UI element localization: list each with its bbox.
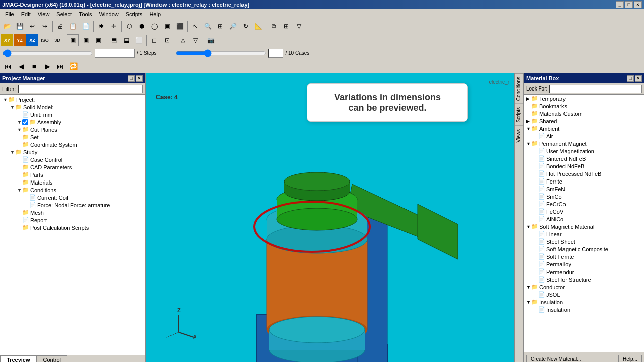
- rtree-item[interactable]: ▶📁Temporary: [524, 95, 644, 102]
- view-front[interactable]: ▣: [67, 34, 79, 46]
- skip-end-button[interactable]: ⏭: [54, 61, 66, 72]
- paste-button[interactable]: 📄: [79, 20, 92, 32]
- rtree-item[interactable]: ▶📁Shared: [524, 117, 644, 125]
- rtree-item[interactable]: 📁Bookmarks: [524, 102, 644, 110]
- geo1-button[interactable]: ⬡: [123, 20, 135, 32]
- stop-button[interactable]: ■: [28, 61, 40, 72]
- help-button[interactable]: Help...: [618, 355, 642, 362]
- geo4-button[interactable]: ▣: [161, 20, 173, 32]
- rtree-item[interactable]: 📄FeCrCo: [524, 200, 644, 208]
- camera-btn[interactable]: 📷: [205, 34, 217, 46]
- menu-scripts[interactable]: Scripts: [123, 11, 146, 18]
- case-field[interactable]: 4: [268, 49, 283, 58]
- maximize-button[interactable]: □: [625, 1, 633, 8]
- view-iso[interactable]: ISO: [39, 34, 51, 46]
- tree-item[interactable]: 📁Set: [1, 133, 144, 141]
- right-panel-detach[interactable]: □: [627, 75, 634, 82]
- shade3[interactable]: ⬜: [133, 34, 145, 46]
- shade2[interactable]: ⬓: [120, 34, 132, 46]
- cursor-button[interactable]: ↖: [189, 20, 201, 32]
- tree-item[interactable]: 📄Current: Coil: [1, 194, 144, 201]
- rtree-item[interactable]: 📄Bonded NdFeB: [524, 162, 644, 170]
- tree-item[interactable]: 📁Parts: [1, 171, 144, 178]
- tri1[interactable]: △: [177, 34, 189, 46]
- tree-item[interactable]: 📁CAD Parameters: [1, 163, 144, 171]
- tree-item[interactable]: 📄Report: [1, 216, 144, 224]
- step-field[interactable]: [95, 49, 135, 58]
- rtree-item[interactable]: 📄FeCoV: [524, 208, 644, 215]
- menu-tools[interactable]: Tools: [76, 11, 95, 18]
- view-yz[interactable]: YZ: [14, 34, 26, 46]
- move-button[interactable]: ✛: [108, 20, 120, 32]
- menu-help[interactable]: Help: [146, 11, 164, 18]
- rtree-item[interactable]: 📄Steel for Structure: [524, 276, 644, 283]
- edge1[interactable]: ◻: [148, 34, 160, 46]
- rtree-item[interactable]: 📄SmFeN: [524, 185, 644, 193]
- rtree-item[interactable]: 📄Air: [524, 132, 644, 140]
- left-panel-close[interactable]: ×: [136, 75, 143, 82]
- menu-select[interactable]: Select: [53, 11, 75, 18]
- rtree-item[interactable]: ▼📁Insulation: [524, 298, 644, 306]
- rtree-item[interactable]: 📄JSOL: [524, 291, 644, 298]
- tree-checkbox[interactable]: [22, 119, 28, 125]
- create-material-button[interactable]: Create New Material...: [526, 355, 585, 362]
- edge2[interactable]: ⊡: [161, 34, 173, 46]
- right-panel-close[interactable]: ×: [635, 75, 642, 82]
- tree-item[interactable]: 📄Case Control: [1, 156, 144, 163]
- view-left[interactable]: ▣: [92, 34, 104, 46]
- copy2-button[interactable]: ⧉: [268, 20, 280, 32]
- left-panel-detach[interactable]: □: [128, 75, 135, 82]
- play-button[interactable]: ▶: [41, 61, 53, 72]
- rtree-item[interactable]: ▼📁Permanent Magnet: [524, 140, 644, 147]
- tree-item[interactable]: 📁Post Calculation Scripts: [1, 224, 144, 231]
- zoom-button[interactable]: 🔍: [202, 20, 214, 32]
- extra-button[interactable]: ▽: [293, 20, 305, 32]
- rtree-item[interactable]: 📄AlNiCo: [524, 215, 644, 223]
- tree-item[interactable]: 📁Coordinate System: [1, 141, 144, 148]
- view-back[interactable]: ▣: [79, 34, 92, 46]
- case-slider[interactable]: [176, 49, 266, 58]
- rtree-item[interactable]: 📄Sintered NdFeB: [524, 155, 644, 162]
- multi-button[interactable]: ⊞: [280, 20, 292, 32]
- geo3-button[interactable]: ◯: [148, 20, 160, 32]
- rtree-item[interactable]: 📄Insulation: [524, 306, 644, 313]
- rtree-item[interactable]: 📄Permendur: [524, 268, 644, 276]
- vtab-conditions[interactable]: Conditions: [515, 73, 523, 104]
- undo-button[interactable]: ↩: [26, 20, 38, 32]
- open-button[interactable]: 📂: [1, 20, 13, 32]
- menu-edit[interactable]: Edit: [18, 11, 34, 18]
- menu-window[interactable]: Window: [96, 11, 122, 18]
- filter-input[interactable]: [18, 85, 143, 93]
- minimize-button[interactable]: _: [616, 1, 624, 8]
- rtree-item[interactable]: 📄SmCo: [524, 193, 644, 200]
- tree-item[interactable]: ▼📁Solid Model:: [1, 103, 144, 111]
- tree-item[interactable]: ▼ 📁Assembly: [1, 118, 144, 126]
- copy-button[interactable]: 📋: [67, 20, 79, 32]
- close-button[interactable]: ×: [634, 1, 642, 8]
- geo2-button[interactable]: ⬢: [136, 20, 148, 32]
- geo5-button[interactable]: ⬛: [174, 20, 186, 32]
- rtree-item[interactable]: 📄Ferrite: [524, 177, 644, 185]
- rtree-item[interactable]: 📄Linear: [524, 230, 644, 238]
- save-button[interactable]: 💾: [14, 20, 26, 32]
- view-3d[interactable]: 3D: [51, 34, 63, 46]
- vtab-scripts[interactable]: Scripts: [515, 104, 523, 126]
- look-for-input[interactable]: [549, 85, 642, 93]
- tri2[interactable]: ▽: [189, 34, 201, 46]
- tree-item[interactable]: 📄Force: Nodal Force: armature: [1, 201, 144, 209]
- prev-button[interactable]: ◀: [15, 61, 27, 72]
- measure-button[interactable]: 📐: [252, 20, 264, 32]
- view-xy[interactable]: XY: [1, 34, 13, 46]
- tab-treeview[interactable]: Treeview: [0, 355, 36, 362]
- rtree-item[interactable]: 📄Permalloy: [524, 260, 644, 268]
- rtree-item[interactable]: 📄Hot Processed NdFeB: [524, 170, 644, 177]
- rotate-button[interactable]: ↻: [239, 20, 252, 32]
- tree-item[interactable]: 📁Materials: [1, 178, 144, 186]
- redo-button[interactable]: ↪: [39, 20, 51, 32]
- viewport[interactable]: Case: 4 electric_r Variations in dimensi…: [146, 73, 514, 362]
- zoom-in-button[interactable]: 🔎: [227, 20, 239, 32]
- rtree-item[interactable]: ▼📁Soft Magnetic Material: [524, 223, 644, 230]
- menu-view[interactable]: View: [35, 11, 53, 18]
- select-button[interactable]: ✱: [95, 20, 107, 32]
- rtree-item[interactable]: 📄Soft Magnetic Composite: [524, 245, 644, 253]
